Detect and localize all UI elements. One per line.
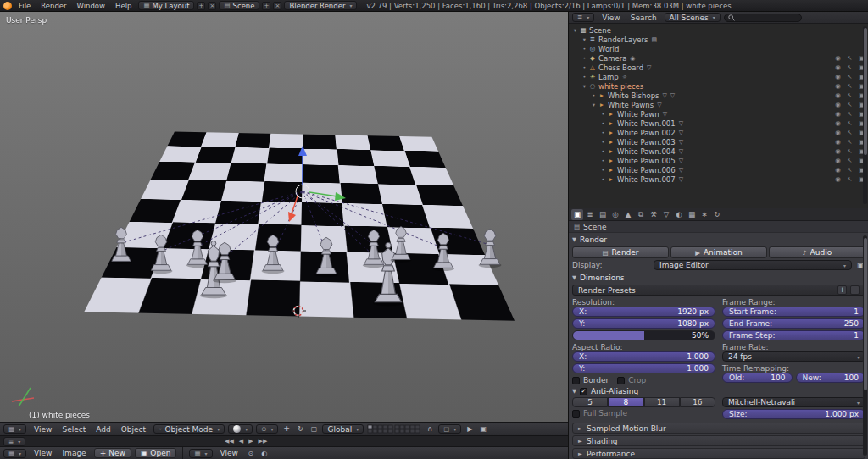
snap-element-select[interactable]: ▢ ▾ <box>438 424 461 434</box>
disclosure-icon[interactable]: • <box>581 74 588 80</box>
disclosure-icon[interactable]: • <box>599 148 607 155</box>
add-scene-button[interactable]: + <box>262 2 270 10</box>
properties-tab-particles[interactable]: ∗ <box>698 209 710 220</box>
outliner-row-white-pawn-001[interactable]: •▸White Pawn.001▽◉↖▣ <box>569 119 868 128</box>
outliner-item-label[interactable]: Lamp <box>598 73 619 81</box>
scene-select[interactable]: ▤ Scene <box>219 1 259 10</box>
disclosure-icon[interactable]: ▾ <box>571 27 579 34</box>
properties-tab-scene[interactable]: ▤ <box>597 209 609 220</box>
remove-preset-button[interactable]: − <box>850 285 860 295</box>
antialiasing-checkbox[interactable]: ✓ <box>580 388 587 395</box>
chess-pawn[interactable] <box>262 235 285 274</box>
disclosure-icon[interactable]: ▾ <box>581 36 588 43</box>
properties-tab-physics[interactable]: ↻ <box>711 209 723 220</box>
jump-to-start-icon[interactable]: ◀◀ <box>225 438 234 445</box>
chess-pawn[interactable] <box>432 233 454 271</box>
aspect-x-field[interactable]: X: 1.000 <box>572 351 715 362</box>
chess-pawn[interactable] <box>314 237 338 277</box>
timeline-editor-button[interactable]: ≣ ▾ <box>3 437 25 446</box>
render-engine-select[interactable]: Blender Render ▾ <box>284 1 357 10</box>
transform-gizmo[interactable] <box>288 146 346 222</box>
disclosure-icon[interactable]: • <box>599 120 607 127</box>
outliner-item-label[interactable]: White Pawn.004 <box>617 147 676 156</box>
checkbox-icon[interactable] <box>572 377 580 384</box>
outliner-item-label[interactable]: White Pawn.007 <box>617 175 676 184</box>
remap-old-field[interactable]: Old: 100 <box>722 373 793 383</box>
render-button[interactable]: ▤ Render <box>572 246 669 258</box>
disclosure-icon[interactable]: • <box>590 92 598 99</box>
view3d-menu-object[interactable]: Object <box>117 425 150 434</box>
collapse-arrow-icon[interactable]: ▼ <box>572 388 576 395</box>
outliner-row-world[interactable]: •◎World <box>569 44 868 53</box>
collapse-arrow-icon[interactable]: ▼ <box>572 274 576 281</box>
expand-arrow-icon[interactable]: ► <box>578 425 582 432</box>
outliner-item-label[interactable]: Camera <box>598 54 626 63</box>
pin-icon[interactable]: ⊙ <box>246 448 256 458</box>
dimensions-panel-header[interactable]: ▼ Dimensions <box>572 272 865 284</box>
view3d-menu-view[interactable]: View <box>30 425 56 434</box>
resolution-y-field[interactable]: Y: 1080 px <box>572 318 715 329</box>
image-editor-menu-view[interactable]: View <box>30 449 56 457</box>
add-preset-button[interactable]: + <box>837 285 847 295</box>
eye-icon[interactable]: ◉ <box>834 101 842 108</box>
outliner-row-renderlayers[interactable]: ▾≣RenderLayers▤ <box>569 35 868 44</box>
opengl-render-anim-icon[interactable]: ▣ <box>478 424 488 434</box>
play-reverse-icon[interactable]: ◀ <box>239 438 243 445</box>
select-arrow-icon[interactable]: ↖ <box>846 138 854 146</box>
properties-tab-world[interactable]: ◎ <box>609 209 621 220</box>
outliner-item-label[interactable]: White Pawn.006 <box>617 166 676 174</box>
manipulator-rotate-icon[interactable]: ↻ <box>295 424 305 434</box>
outliner-menu-search[interactable]: Search <box>626 14 661 22</box>
outliner-item-label[interactable]: RenderLayers <box>598 36 648 44</box>
properties-tab-modifiers[interactable]: ⚒ <box>648 209 659 220</box>
editor-type-button[interactable]: ▦ ▾ <box>3 424 26 434</box>
properties-tab-constraints[interactable]: ⧉ <box>635 209 647 220</box>
transform-orientation-select[interactable]: Global ▾ <box>322 424 364 434</box>
select-arrow-icon[interactable]: ↖ <box>846 147 854 155</box>
properties-scrollbar[interactable] <box>863 235 867 456</box>
outliner-menu-view[interactable]: View <box>598 14 624 22</box>
panel-sampled-motion-blur[interactable]: ►Sampled Motion Blur <box>572 423 865 434</box>
properties-tab-render-layers[interactable]: ≣ <box>584 209 596 220</box>
properties-tab-object[interactable]: ▲ <box>622 209 634 220</box>
disclosure-icon[interactable]: • <box>599 176 607 183</box>
manipulator-translate-icon[interactable]: ✚ <box>281 424 292 434</box>
full-sample-checkbox[interactable]: Full Sample <box>572 409 627 418</box>
expand-arrow-icon[interactable]: ► <box>578 451 582 457</box>
outliner-row-white-pawn-003[interactable]: •▸White Pawn.003▽◉↖▣ <box>569 137 868 147</box>
outliner-item-label[interactable]: Chess Board <box>598 64 643 72</box>
outliner-item-label[interactable]: White Pawn.003 <box>617 138 676 147</box>
disclosure-icon[interactable]: • <box>599 167 607 174</box>
outliner-row-white-pawn-005[interactable]: •▸White Pawn.005▽◉↖▣ <box>569 156 868 165</box>
expand-arrow-icon[interactable]: ► <box>578 438 582 445</box>
editor-type-button[interactable]: ▦ ▾ <box>189 449 212 458</box>
eye-icon[interactable]: ◉ <box>834 129 842 136</box>
mode-select[interactable]: ◦ Object Mode ▾ <box>153 424 225 434</box>
chess-pawn[interactable] <box>391 226 412 263</box>
topbar-menu-file[interactable]: File <box>14 2 35 10</box>
panel-shading[interactable]: ►Shading <box>572 435 865 446</box>
eye-icon[interactable]: ◉ <box>834 166 842 174</box>
disclosure-icon[interactable]: • <box>599 130 607 136</box>
outliner-item-label[interactable]: white pieces <box>598 82 643 91</box>
eye-icon[interactable]: ◉ <box>834 138 842 146</box>
outliner-item-label[interactable]: White Pawn.005 <box>617 157 676 165</box>
eye-icon[interactable]: ◉ <box>834 54 842 62</box>
play-icon[interactable]: ▶ <box>248 438 253 445</box>
eye-icon[interactable]: ◉ <box>834 82 842 90</box>
select-arrow-icon[interactable]: ↖ <box>846 129 854 136</box>
properties-tab-object-data[interactable]: ▽ <box>660 209 672 220</box>
select-arrow-icon[interactable]: ↖ <box>846 157 854 164</box>
manipulator-scale-icon[interactable]: ▢ <box>309 424 319 434</box>
screen-layout-select[interactable]: ▦ My Layout <box>138 1 194 10</box>
chess-pawn[interactable] <box>186 230 209 268</box>
select-arrow-icon[interactable]: ↖ <box>846 54 854 62</box>
eye-icon[interactable]: ◉ <box>834 119 842 127</box>
topbar-menu-window[interactable]: Window <box>73 2 110 10</box>
properties-tab-material[interactable]: ◐ <box>673 209 685 220</box>
opengl-render-icon[interactable]: ▶ <box>465 424 475 434</box>
y-axis-arrow-icon[interactable] <box>335 192 346 201</box>
select-arrow-icon[interactable]: ↖ <box>846 73 854 80</box>
chess-pawn[interactable] <box>150 235 173 274</box>
display-scope-select[interactable]: All Scenes ▾ <box>665 13 721 22</box>
